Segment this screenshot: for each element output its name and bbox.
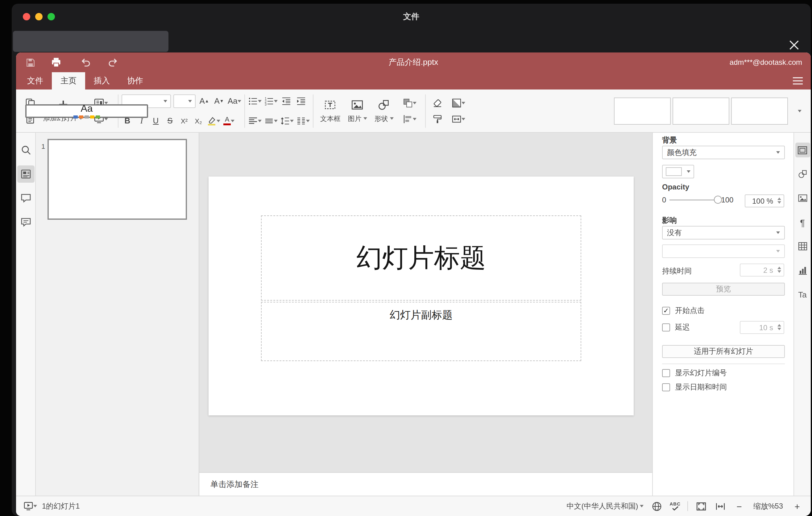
- start-slideshow-status-icon[interactable]: [24, 499, 37, 514]
- spinner-arrows[interactable]: [778, 267, 781, 273]
- delay-input[interactable]: 10 s: [740, 321, 784, 334]
- preview-button[interactable]: 预览: [662, 283, 785, 296]
- decrease-font-icon[interactable]: A▼: [213, 93, 225, 108]
- language-selector[interactable]: 中文(中华人民共和国): [567, 501, 644, 511]
- status-bar: 1的幻灯片1 中文(中华人民共和国) ABC: [16, 496, 811, 516]
- shape-settings-icon[interactable]: [795, 167, 810, 181]
- columns-icon[interactable]: [296, 113, 310, 128]
- theme-palette-swatch: [90, 115, 94, 118]
- opacity-slider[interactable]: [669, 199, 718, 201]
- change-case-button[interactable]: Aa: [228, 93, 241, 108]
- effect-type-select[interactable]: [662, 245, 785, 258]
- save-icon[interactable]: [22, 54, 38, 70]
- status-left: 1的幻灯片1: [24, 499, 80, 514]
- close-icon[interactable]: [788, 39, 800, 51]
- chart-settings-icon[interactable]: [795, 263, 810, 278]
- clear-style-icon[interactable]: [429, 95, 446, 110]
- highlight-color-button[interactable]: [207, 113, 220, 128]
- background-color-picker[interactable]: [662, 165, 694, 178]
- subscript-button[interactable]: X₂: [193, 117, 204, 124]
- theme-option-selected[interactable]: Aa: [25, 104, 148, 118]
- color-scheme-icon[interactable]: [446, 95, 471, 110]
- image-settings-icon[interactable]: [795, 191, 810, 205]
- numbering-icon[interactable]: 123: [264, 93, 278, 108]
- theme-palette: [74, 115, 100, 118]
- opacity-input[interactable]: 100 %: [745, 194, 784, 207]
- copy-style-icon[interactable]: [429, 111, 446, 126]
- theme-option-3[interactable]: [731, 97, 788, 124]
- delay-checkbox[interactable]: [662, 323, 670, 331]
- chevron-down-icon: [216, 119, 220, 122]
- slide-thumbnail[interactable]: [48, 139, 187, 220]
- start-on-click-checkbox[interactable]: ✓: [662, 307, 670, 314]
- zoom-in-button[interactable]: +: [791, 499, 803, 514]
- table-settings-icon[interactable]: [795, 239, 810, 254]
- apply-to-all-label: 适用于所有幻灯片: [694, 346, 753, 357]
- set-language-globe-icon[interactable]: [651, 499, 663, 514]
- increase-font-icon[interactable]: A▲: [198, 93, 210, 108]
- opacity-slider-knob[interactable]: [714, 196, 722, 204]
- theme-gallery-expand[interactable]: [793, 104, 806, 118]
- document-title: 产品介绍.pptx: [16, 53, 811, 72]
- undo-icon[interactable]: [78, 54, 94, 70]
- show-date-time-label: 显示日期和时间: [675, 382, 727, 392]
- spinner-arrows[interactable]: [778, 198, 781, 204]
- notes-area[interactable]: 单击添加备注: [199, 472, 652, 496]
- tab-collaboration[interactable]: 协作: [118, 72, 152, 89]
- spellcheck-icon[interactable]: ABC: [670, 502, 681, 511]
- theme-option-1[interactable]: [614, 97, 671, 124]
- duration-input[interactable]: 2 s: [740, 263, 784, 277]
- font-color-button[interactable]: A: [223, 113, 235, 128]
- slide-size-icon[interactable]: [446, 111, 471, 126]
- right-sidebar: ¶ Ta: [793, 133, 811, 496]
- horizontal-align-icon[interactable]: [248, 113, 262, 128]
- toolbar-separator: [313, 94, 314, 127]
- insert-textbox-button[interactable]: 文本框: [317, 91, 344, 131]
- line-spacing-icon[interactable]: [280, 113, 294, 128]
- theme-option-2[interactable]: [672, 97, 729, 124]
- print-icon[interactable]: [48, 54, 64, 70]
- fit-width-icon[interactable]: [714, 499, 726, 514]
- increase-indent-icon[interactable]: [295, 93, 307, 108]
- bullets-icon[interactable]: [248, 93, 262, 108]
- chevron-down-icon: [290, 119, 294, 122]
- insert-shape-button[interactable]: 形状: [371, 91, 397, 131]
- slide[interactable]: 幻灯片标题 幻灯片副标题: [208, 176, 634, 415]
- tab-insert[interactable]: 插入: [85, 72, 118, 89]
- insert-image-button[interactable]: 图片: [344, 91, 371, 131]
- decrease-indent-icon[interactable]: [280, 93, 292, 108]
- superscript-button[interactable]: X²: [178, 117, 190, 124]
- image-label: 图片: [348, 114, 361, 123]
- textart-settings-icon[interactable]: Ta: [795, 287, 810, 302]
- chat-feedback-icon[interactable]: [17, 213, 34, 231]
- title-placeholder-box[interactable]: 幻灯片标题: [261, 216, 581, 300]
- vertical-align-icon[interactable]: [264, 113, 278, 128]
- delay-row: 延迟: [662, 323, 690, 332]
- subtitle-placeholder-box[interactable]: 幻灯片副标题: [261, 302, 581, 361]
- zoom-out-button[interactable]: −: [733, 499, 745, 514]
- tab-file[interactable]: 文件: [19, 72, 52, 89]
- font-size-select[interactable]: [173, 94, 196, 108]
- paragraph-settings-icon[interactable]: ¶: [795, 215, 810, 230]
- tab-home[interactable]: 主页: [52, 72, 85, 89]
- underline-button[interactable]: U: [150, 116, 162, 125]
- hamburger-menu-icon[interactable]: [792, 77, 803, 88]
- apply-to-all-button[interactable]: 适用于所有幻灯片: [662, 345, 785, 358]
- slide-canvas[interactable]: 幻灯片标题 幻灯片副标题: [199, 133, 652, 472]
- spinner-arrows[interactable]: [778, 324, 781, 330]
- comments-icon[interactable]: [17, 190, 34, 207]
- search-icon[interactable]: [17, 141, 34, 159]
- strikeout-button[interactable]: S: [164, 116, 176, 125]
- show-date-time-checkbox[interactable]: [662, 383, 670, 391]
- align-shape-icon[interactable]: [397, 111, 422, 126]
- effect-select[interactable]: 没有: [662, 226, 785, 239]
- redo-icon[interactable]: [105, 54, 121, 70]
- background-fill-select[interactable]: 颜色填充: [662, 146, 785, 159]
- slide-thumbnails-panel: 1: [36, 133, 199, 496]
- slide-settings-icon[interactable]: [795, 143, 810, 157]
- slides-panel-icon[interactable]: [17, 165, 34, 183]
- fit-slide-icon[interactable]: [695, 499, 707, 514]
- show-slide-number-checkbox[interactable]: [662, 369, 670, 377]
- arrange-shape-icon[interactable]: [397, 95, 422, 110]
- toolbar: 添加幻灯片: [16, 89, 811, 133]
